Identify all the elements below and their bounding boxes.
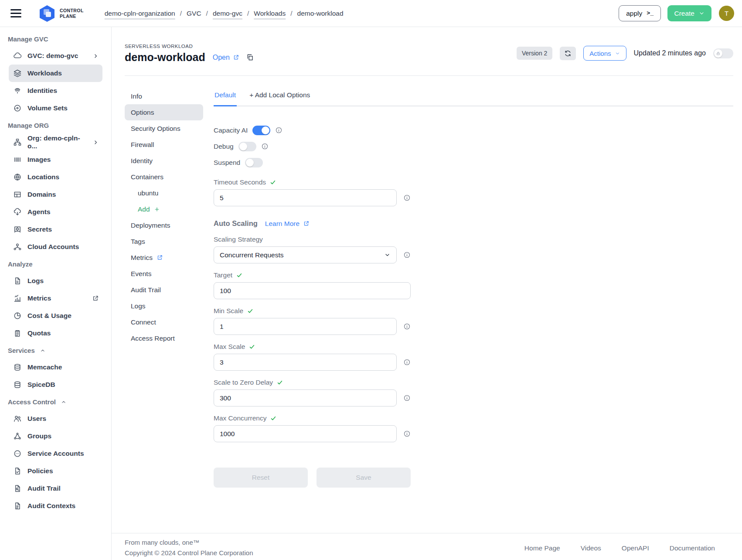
subnav-item-options[interactable]: Options: [125, 104, 203, 120]
subnav-item-security-options[interactable]: Security Options: [125, 120, 203, 137]
breadcrumb-item[interactable]: demo-cpln-organization: [105, 10, 175, 17]
quotas-icon: [13, 329, 22, 338]
sidebar-item-audit-contexts[interactable]: Audit Contexts: [9, 497, 102, 515]
user-avatar[interactable]: T: [719, 6, 734, 21]
sidebar-item-cost-usage[interactable]: Cost & Usage: [9, 307, 102, 324]
sidebar-item-groups[interactable]: Groups: [9, 427, 102, 445]
subnav-item-info[interactable]: Info: [125, 88, 203, 104]
info-icon[interactable]: [275, 126, 283, 134]
debug-toggle[interactable]: [238, 142, 256, 151]
breadcrumb-item[interactable]: Workloads: [254, 10, 286, 17]
info-icon[interactable]: [403, 251, 411, 259]
breadcrumb-item[interactable]: demo-gvc: [213, 10, 242, 17]
open-workload-link[interactable]: Open: [213, 54, 239, 61]
learn-more-link[interactable]: Learn More: [265, 220, 310, 228]
reset-button[interactable]: Reset: [214, 468, 308, 488]
info-icon[interactable]: [403, 194, 411, 201]
toggle-label: Capacity AI: [214, 126, 248, 134]
control-plane-logo[interactable]: CONTROLPLANE: [39, 5, 84, 22]
hamburger-menu-icon[interactable]: [10, 9, 21, 17]
min-scale-input[interactable]: [214, 318, 397, 335]
suspend-toggle[interactable]: [245, 158, 263, 167]
page-title: demo-workload: [125, 51, 205, 64]
sidebar-item-quotas[interactable]: Quotas: [9, 324, 102, 342]
lock-toggle[interactable]: [713, 48, 733, 58]
sidebar-section-header[interactable]: Services: [0, 342, 111, 359]
max-scale-input[interactable]: [214, 354, 397, 371]
sidebar-item-metrics[interactable]: Metrics: [9, 290, 102, 307]
subnav-item-identity[interactable]: Identity: [125, 153, 203, 169]
subnav-item-tags[interactable]: Tags: [125, 233, 203, 249]
info-icon[interactable]: [403, 394, 411, 402]
subnav-item-audit-trail[interactable]: Audit Trail: [125, 282, 203, 298]
actions-button[interactable]: Actions: [583, 46, 626, 61]
sidebar-item-volume-sets[interactable]: Volume Sets: [9, 99, 102, 117]
sidebar-item-policies[interactable]: Policies: [9, 462, 102, 480]
footer-link-openapi[interactable]: OpenAPI: [622, 544, 649, 560]
copy-icon[interactable]: [246, 53, 254, 61]
scaling-strategy-select[interactable]: Concurrent Requests: [214, 246, 397, 263]
version-badge: Version 2: [517, 47, 552, 60]
subnav-item-connect[interactable]: Connect: [125, 314, 203, 330]
refresh-button[interactable]: [560, 47, 576, 60]
sidebar-item-service-accounts[interactable]: Service Accounts: [9, 445, 102, 462]
subnav-item-metrics[interactable]: Metrics: [125, 249, 203, 266]
breadcrumb-item: GVC: [187, 10, 201, 17]
sidebar-item-label: Locations: [27, 173, 59, 181]
sidebar-item-label: Metrics: [27, 294, 51, 302]
sidebar-section-header[interactable]: Access Control: [0, 393, 111, 410]
workload-type-eyebrow: SERVERLESS WORKLOAD: [125, 44, 254, 49]
capacity-ai-toggle[interactable]: [252, 126, 270, 135]
footer-link-videos[interactable]: Videos: [581, 544, 601, 560]
field-scale-to-zero-delay: Scale to Zero Delay: [214, 379, 411, 406]
create-button[interactable]: Create: [667, 5, 711, 21]
sidebar-item-memcache[interactable]: Memcache: [9, 359, 102, 376]
subnav-item-events[interactable]: Events: [125, 266, 203, 282]
footer-link-documentation[interactable]: Documentation: [670, 544, 715, 560]
sidebar-item-secrets[interactable]: Secrets: [9, 221, 102, 238]
scale-to-zero-delay-input[interactable]: [214, 389, 397, 406]
sidebar-item-audit-trail[interactable]: Audit Trail: [9, 480, 102, 497]
sidebar-item-gvc-demo-gvc[interactable]: GVC: demo-gvc: [9, 47, 102, 65]
info-icon[interactable]: [403, 359, 411, 366]
secrets-icon: [13, 225, 22, 234]
service-accounts-icon: [13, 449, 22, 458]
apply-button[interactable]: apply >_: [619, 5, 661, 21]
sidebar-item-org-demo-cpln-o[interactable]: Org: demo-cpln-o...: [9, 133, 102, 151]
timeout-seconds-input[interactable]: [214, 189, 397, 206]
subnav-item-add[interactable]: Add: [125, 201, 203, 217]
breadcrumb-separator: /: [290, 10, 292, 17]
save-button[interactable]: Save: [317, 468, 411, 488]
sidebar-item-agents[interactable]: Agents: [9, 203, 102, 221]
subnav-item-firewall[interactable]: Firewall: [125, 137, 203, 153]
sidebar-item-spicedb[interactable]: SpiceDB: [9, 376, 102, 393]
sidebar-item-label: Workloads: [27, 69, 62, 77]
sidebar-item-images[interactable]: Images: [9, 151, 102, 168]
subnav-item-deployments[interactable]: Deployments: [125, 217, 203, 233]
info-icon[interactable]: [403, 323, 411, 330]
sidebar-item-logs[interactable]: Logs: [9, 272, 102, 290]
sidebar-item-cloud-accounts[interactable]: Cloud Accounts: [9, 238, 102, 256]
subnav-item-label: Identity: [131, 157, 153, 165]
max-concurrency-input[interactable]: [214, 425, 397, 442]
target-input[interactable]: [214, 282, 411, 299]
tab-add-local-options[interactable]: + Add Local Options: [248, 88, 311, 106]
subnav-item-containers[interactable]: Containers: [125, 169, 203, 185]
sidebar-item-users[interactable]: Users: [9, 410, 102, 427]
subnav-item-access-report[interactable]: Access Report: [125, 330, 203, 346]
policies-icon: [13, 467, 22, 475]
subnav-item-logs[interactable]: Logs: [125, 298, 203, 314]
info-icon[interactable]: [261, 143, 269, 150]
sidebar-item-locations[interactable]: Locations: [9, 168, 102, 186]
tab-default[interactable]: Default: [214, 88, 237, 106]
toggle-label: Debug: [214, 143, 234, 150]
info-icon[interactable]: [403, 430, 411, 437]
sidebar-item-identities[interactable]: Identities: [9, 82, 102, 99]
subnav-item-label: Logs: [131, 302, 146, 310]
subnav-item-ubuntu[interactable]: ubuntu: [125, 185, 203, 201]
sidebar-item-workloads[interactable]: Workloads: [9, 65, 102, 82]
sidebar-item-domains[interactable]: Domains: [9, 186, 102, 203]
footer: From many clouds, one™ Copyright © 2024 …: [112, 533, 742, 560]
sidebar-item-label: GVC: demo-gvc: [27, 52, 78, 60]
footer-link-home-page[interactable]: Home Page: [524, 544, 560, 560]
